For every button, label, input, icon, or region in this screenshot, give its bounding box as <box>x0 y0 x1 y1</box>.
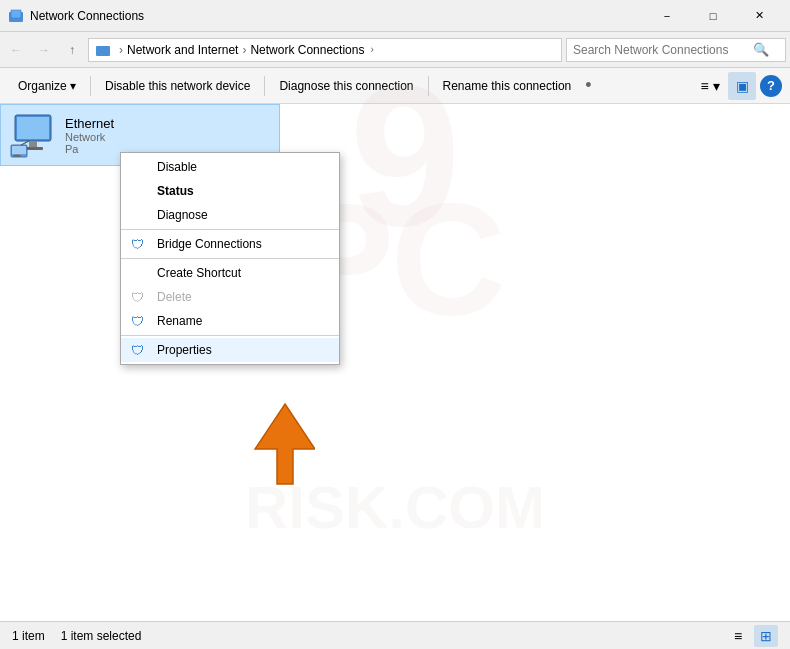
breadcrumb-sep2: › <box>242 43 246 57</box>
help-button[interactable]: ? <box>760 75 782 97</box>
toolbar-separator-2 <box>264 76 265 96</box>
svg-rect-11 <box>13 155 21 157</box>
up-button[interactable]: ↑ <box>60 38 84 62</box>
toolbar-separator-1 <box>90 76 91 96</box>
ctx-bridge[interactable]: 🛡 Bridge Connections <box>121 232 339 256</box>
window-icon <box>8 8 24 24</box>
pane-button[interactable]: ▣ <box>728 72 756 100</box>
ctx-bridge-label: Bridge Connections <box>157 237 262 251</box>
breadcrumb-part2[interactable]: Network Connections <box>250 43 364 57</box>
shield-icon-delete: 🛡 <box>131 290 144 305</box>
disable-button[interactable]: Disable this network device <box>95 72 260 100</box>
shield-icon-bridge: 🛡 <box>131 237 144 252</box>
search-icon: 🔍 <box>753 42 769 57</box>
svg-rect-5 <box>17 117 49 139</box>
address-bar: ← → ↑ › Network and Internet › Network C… <box>0 32 790 68</box>
window-title: Network Connections <box>30 9 644 23</box>
title-bar: Network Connections − □ ✕ <box>0 0 790 32</box>
svg-marker-13 <box>255 404 315 484</box>
ctx-status[interactable]: Status <box>121 179 339 203</box>
organize-button[interactable]: Organize ▾ <box>8 72 86 100</box>
ctx-disable-label: Disable <box>157 160 197 174</box>
svg-rect-6 <box>29 141 37 147</box>
ctx-rename-label: Rename <box>157 314 202 328</box>
shield-icon-rename: 🛡 <box>131 314 144 329</box>
ctx-sep-3 <box>121 335 339 336</box>
context-menu: Disable Status Diagnose 🛡 Bridge Connect… <box>120 152 340 365</box>
grid-view-button[interactable]: ⊞ <box>754 625 778 647</box>
watermark-bottom: RISK.COM <box>245 473 545 542</box>
svg-rect-9 <box>12 146 26 154</box>
rename-button[interactable]: Rename this connection <box>433 72 582 100</box>
ctx-diagnose[interactable]: Diagnose <box>121 203 339 227</box>
ethernet-info: Ethernet Network Pa <box>65 116 114 155</box>
status-count: 1 item <box>12 629 45 643</box>
ethernet-icon <box>9 111 57 159</box>
toolbar: Organize ▾ Disable this network device D… <box>0 68 790 104</box>
diagnose-button[interactable]: Diagnose this connection <box>269 72 423 100</box>
ctx-delete[interactable]: 🛡 Delete <box>121 285 339 309</box>
svg-rect-3 <box>96 46 110 56</box>
view-button[interactable]: ≡ ▾ <box>696 72 724 100</box>
ctx-delete-label: Delete <box>157 290 192 304</box>
ethernet-sub: Network <box>65 131 114 143</box>
back-button[interactable]: ← <box>4 38 28 62</box>
ctx-properties-label: Properties <box>157 343 212 357</box>
status-bar: 1 item 1 item selected ≡ ⊞ <box>0 621 790 649</box>
toolbar-right: ≡ ▾ ▣ ? <box>696 72 782 100</box>
main-content: 9 PC RISK.COM Ethernet Network <box>0 104 790 621</box>
window-controls: − □ ✕ <box>644 0 782 32</box>
ctx-shortcut-label: Create Shortcut <box>157 266 241 280</box>
ethernet-sub2: Pa <box>65 143 114 155</box>
breadcrumb-arrow: › <box>370 44 373 55</box>
status-selected: 1 item selected <box>61 629 142 643</box>
minimize-button[interactable]: − <box>644 0 690 32</box>
ctx-sep-2 <box>121 258 339 259</box>
toolbar-separator-3 <box>428 76 429 96</box>
ethernet-name: Ethernet <box>65 116 114 131</box>
breadcrumb-part1[interactable]: Network and Internet <box>127 43 238 57</box>
breadcrumb[interactable]: › Network and Internet › Network Connect… <box>88 38 562 62</box>
status-right: ≡ ⊞ <box>726 625 778 647</box>
ctx-sep-1 <box>121 229 339 230</box>
ctx-disable[interactable]: Disable <box>121 155 339 179</box>
search-input[interactable] <box>573 43 753 57</box>
ctx-status-label: Status <box>157 184 194 198</box>
search-box[interactable]: 🔍 <box>566 38 786 62</box>
forward-button[interactable]: → <box>32 38 56 62</box>
breadcrumb-sep: › <box>119 43 123 57</box>
svg-line-12 <box>21 141 29 145</box>
dot-label: • <box>585 75 591 96</box>
shield-icon-properties: 🛡 <box>131 343 144 358</box>
ctx-shortcut[interactable]: Create Shortcut <box>121 261 339 285</box>
ctx-properties[interactable]: 🛡 Properties <box>121 338 339 362</box>
close-button[interactable]: ✕ <box>736 0 782 32</box>
ctx-rename[interactable]: 🛡 Rename <box>121 309 339 333</box>
svg-rect-1 <box>11 10 21 18</box>
list-view-button[interactable]: ≡ <box>726 625 750 647</box>
maximize-button[interactable]: □ <box>690 0 736 32</box>
ctx-diagnose-label: Diagnose <box>157 208 208 222</box>
